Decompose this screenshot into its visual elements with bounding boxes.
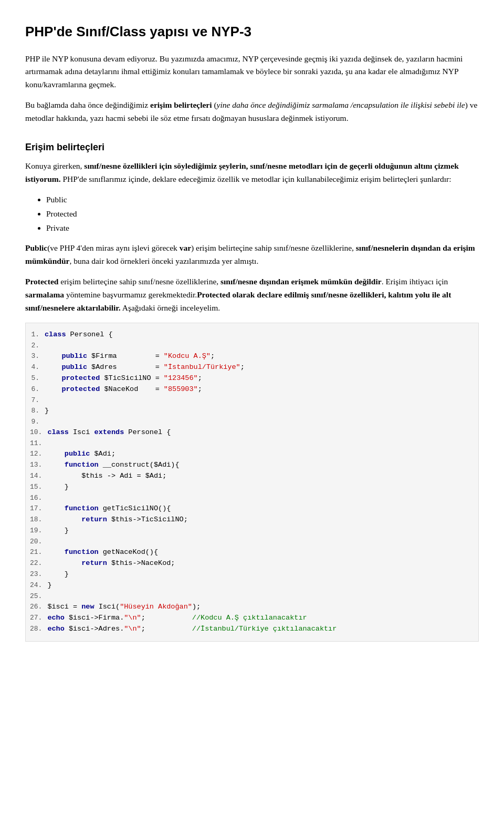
line-content-14: $this -> Adi = $Adi; [47, 471, 474, 482]
code-line-24: 24. } [26, 580, 478, 591]
line-content-2 [45, 341, 474, 351]
line-content-27: echo $isci->Firma."\n"; //Kodcu A.Ş çıkt… [47, 613, 474, 624]
page-title: PHP'de Sınıf/Class yapısı ve NYP-3 [25, 21, 479, 43]
line-num-7: 7. [30, 395, 45, 406]
line-content-20 [47, 537, 474, 547]
code-line-12: 12. public $Adi; [26, 449, 478, 460]
code-line-16: 16. [26, 493, 478, 503]
line-content-22: return $this->NaceKod; [47, 558, 474, 569]
code-line-11: 11. [26, 438, 478, 449]
line-content-18: return $this->TicSicilNO; [47, 514, 474, 526]
line-content-24: } [47, 580, 474, 591]
code-line-2: 2. [26, 341, 478, 351]
line-num-21: 21. [30, 547, 47, 558]
line-content-26: $isci = new Isci("Hüseyin Akdoğan"); [47, 602, 474, 613]
section-erisim-title: Erişim belirteçleri [25, 140, 479, 155]
code-line-28: 28. echo $isci->Adres."\n"; //İstanbul/T… [26, 624, 478, 635]
code-line-13: 13. function __construct($Adi){ [26, 460, 478, 471]
code-line-5: 5. protected $TicSicilNO = "123456"; [26, 373, 478, 384]
line-content-13: function __construct($Adi){ [47, 460, 474, 471]
paragraph2: Bu bağlamda daha önce değindiğimiz erişi… [25, 99, 479, 125]
code-line-14: 14. $this -> Adi = $Adi; [26, 471, 478, 482]
line-num-16: 16. [30, 493, 47, 503]
line-num-17: 17. [30, 503, 47, 514]
line-content-21: function getNaceKod(){ [47, 547, 474, 558]
line-content-4: public $Adres = "İstanbul/Türkiye"; [45, 362, 474, 373]
code-line-3: 3. public $Firma = "Kodcu A.Ş"; [26, 351, 478, 362]
line-num-6: 6. [30, 384, 45, 395]
line-content-3: public $Firma = "Kodcu A.Ş"; [45, 351, 474, 362]
code-line-21: 21. function getNaceKod(){ [26, 547, 478, 558]
line-num-9: 9. [30, 417, 45, 427]
line-content-9 [45, 417, 474, 427]
code-block: 1. class Personel { 2. 3. public $Firma … [25, 323, 479, 641]
access-modifiers-list: Public Protected Private [46, 193, 479, 234]
code-line-19: 19. } [26, 526, 478, 537]
line-content-6: protected $NaceKod = "855903"; [45, 384, 474, 395]
line-content-8: } [45, 406, 474, 417]
line-num-14: 14. [30, 471, 47, 482]
line-content-12: public $Adi; [47, 449, 474, 460]
code-line-7: 7. [26, 395, 478, 406]
line-num-8: 8. [30, 406, 45, 417]
code-line-26: 26. $isci = new Isci("Hüseyin Akdoğan"); [26, 602, 478, 613]
line-num-25: 25. [30, 591, 47, 602]
line-num-10: 10. [30, 427, 47, 438]
line-content-28: echo $isci->Adres."\n"; //İstanbul/Türki… [47, 624, 474, 635]
code-line-15: 15. } [26, 482, 478, 493]
intro-paragraph: PHP ile NYP konusuna devam ediyoruz. Bu … [25, 53, 479, 91]
code-line-25: 25. [26, 591, 478, 602]
line-content-7 [45, 395, 474, 406]
list-item-public: Public [46, 193, 479, 207]
line-num-28: 28. [30, 624, 47, 635]
paragraph-protected: Protected erişim belirteçine sahip sınıf… [25, 275, 479, 314]
code-line-10: 10. class Isci extends Personel { [26, 427, 478, 438]
line-content-1: class Personel { [45, 329, 474, 341]
line-num-4: 4. [30, 362, 45, 373]
line-num-20: 20. [30, 537, 47, 547]
line-num-23: 23. [30, 569, 47, 580]
list-item-private: Private [46, 222, 479, 235]
line-content-5: protected $TicSicilNO = "123456"; [45, 373, 474, 384]
line-num-18: 18. [30, 514, 47, 526]
code-line-22: 22. return $this->NaceKod; [26, 558, 478, 569]
line-content-11 [47, 438, 474, 449]
line-num-19: 19. [30, 526, 47, 537]
line-num-12: 12. [30, 449, 47, 460]
line-content-15: } [47, 482, 474, 493]
code-line-8: 8. } [26, 406, 478, 417]
line-num-26: 26. [30, 602, 47, 613]
line-num-1: 1. [30, 329, 45, 341]
line-num-27: 27. [30, 613, 47, 624]
code-line-1: 1. class Personel { [26, 329, 478, 341]
line-content-10: class Isci extends Personel { [47, 427, 474, 438]
code-line-27: 27. echo $isci->Firma."\n"; //Kodcu A.Ş … [26, 613, 478, 624]
line-num-24: 24. [30, 580, 47, 591]
code-line-4: 4. public $Adres = "İstanbul/Türkiye"; [26, 362, 478, 373]
code-line-23: 23. } [26, 569, 478, 580]
code-line-9: 9. [26, 417, 478, 427]
paragraph3: Konuya girerken, sınıf/nesne özellikleri… [25, 160, 479, 186]
line-content-16 [47, 493, 474, 503]
line-num-2: 2. [30, 341, 45, 351]
list-item-protected: Protected [46, 208, 479, 221]
code-line-18: 18. return $this->TicSicilNO; [26, 514, 478, 526]
line-num-15: 15. [30, 482, 47, 493]
line-content-19: } [47, 526, 474, 537]
line-content-17: function getTicSicilNO(){ [47, 503, 474, 514]
line-num-3: 3. [30, 351, 45, 362]
paragraph-public: Public(ve PHP 4'den miras aynı işlevi gö… [25, 242, 479, 268]
line-content-25 [47, 591, 474, 602]
code-line-6: 6. protected $NaceKod = "855903"; [26, 384, 478, 395]
line-num-11: 11. [30, 438, 47, 449]
code-line-17: 17. function getTicSicilNO(){ [26, 503, 478, 514]
line-num-5: 5. [30, 373, 45, 384]
line-num-13: 13. [30, 460, 47, 471]
code-line-20: 20. [26, 537, 478, 547]
line-num-22: 22. [30, 558, 47, 569]
line-content-23: } [47, 569, 474, 580]
